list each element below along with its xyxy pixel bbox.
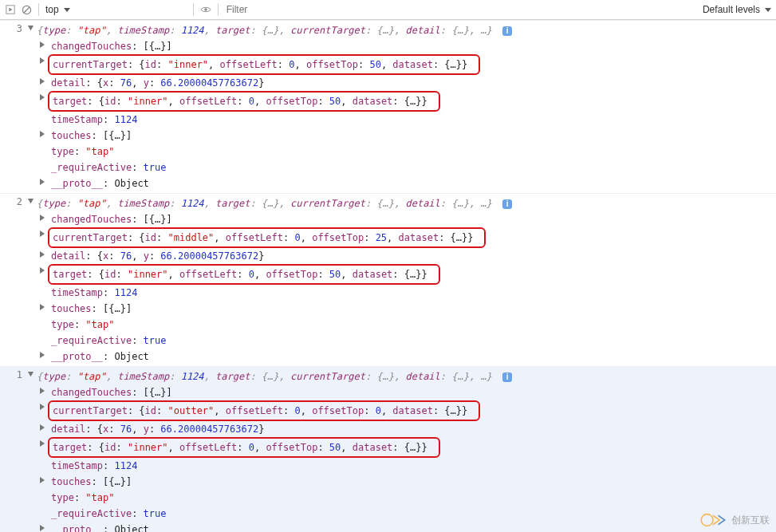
- object-property-row[interactable]: type: "tap": [37, 317, 776, 333]
- watermark-logo: [699, 513, 727, 527]
- watermark-text: 创新互联: [731, 514, 770, 527]
- expand-arrow-icon[interactable]: [27, 22, 37, 34]
- object-property-row[interactable]: target: {id: "inner", offsetLeft: 0, off…: [37, 264, 776, 285]
- entry-body: {type: "tap", timeStamp: 1124, target: {…: [37, 195, 776, 365]
- svg-marker-5: [28, 26, 33, 30]
- object-property-row[interactable]: timeStamp: 1124: [37, 285, 776, 301]
- object-property-row[interactable]: currentTarget: {id: "middle", offsetLeft…: [37, 227, 776, 248]
- object-property-row[interactable]: __proto__: Object: [37, 175, 776, 191]
- object-property-row[interactable]: timeStamp: 1124: [37, 112, 776, 128]
- svg-point-4: [204, 8, 207, 11]
- info-icon[interactable]: i: [502, 26, 512, 36]
- expand-arrow-icon[interactable]: [40, 131, 45, 137]
- expand-arrow-icon[interactable]: [40, 94, 45, 100]
- object-property-row[interactable]: _requireActive: true: [37, 333, 776, 349]
- context-selector[interactable]: top: [45, 4, 70, 15]
- context-label: top: [45, 4, 59, 15]
- entry-body: {type: "tap", timeStamp: 1124, target: {…: [37, 22, 776, 191]
- expand-arrow-icon[interactable]: [40, 251, 45, 258]
- object-property-row[interactable]: _requireActive: true: [37, 160, 776, 175]
- highlight-box: currentTarget: {id: "middle", offsetLeft…: [48, 227, 486, 248]
- clear-icon[interactable]: [21, 4, 32, 15]
- object-preview[interactable]: {type: "tap", timeStamp: 1124, target: {…: [37, 22, 776, 38]
- object-property-row[interactable]: touches: [{…}]: [37, 301, 776, 317]
- object-property-row[interactable]: touches: [{…}]: [37, 474, 776, 490]
- object-property-row[interactable]: __proto__: Object: [37, 522, 776, 532]
- levels-selector[interactable]: Default levels: [703, 4, 771, 15]
- object-property-row[interactable]: currentTarget: {id: "inner", offsetLeft:…: [37, 54, 776, 75]
- console-entry[interactable]: 2{type: "tap", timeStamp: 1124, target: …: [0, 193, 776, 366]
- expand-arrow-icon[interactable]: [40, 388, 45, 394]
- expand-arrow-icon[interactable]: [40, 231, 45, 237]
- svg-marker-6: [28, 199, 33, 203]
- object-property-row[interactable]: changedTouches: [{…}]: [37, 384, 776, 400]
- object-property-row[interactable]: timeStamp: 1124: [37, 458, 776, 474]
- play-icon[interactable]: [5, 4, 16, 15]
- console-entry[interactable]: 1{type: "tap", timeStamp: 1124, target: …: [0, 366, 776, 532]
- expand-arrow-icon[interactable]: [40, 525, 45, 531]
- info-icon[interactable]: i: [502, 372, 512, 382]
- object-property-row[interactable]: touches: [{…}]: [37, 128, 776, 144]
- object-property-row[interactable]: _requireActive: true: [37, 506, 776, 522]
- repeat-count: 2: [0, 195, 27, 207]
- levels-label: Default levels: [703, 4, 760, 15]
- object-property-row[interactable]: detail: {x: 76, y: 66.20000457763672}: [37, 421, 776, 437]
- object-property-row[interactable]: changedTouches: [{…}]: [37, 38, 776, 54]
- separator: [193, 3, 194, 16]
- object-preview[interactable]: {type: "tap", timeStamp: 1124, target: {…: [37, 368, 776, 384]
- expand-arrow-icon[interactable]: [40, 267, 45, 274]
- filter-input[interactable]: [225, 3, 698, 16]
- object-property-row[interactable]: __proto__: Object: [37, 349, 776, 365]
- expand-arrow-icon[interactable]: [40, 352, 45, 358]
- console-toolbar: top Default levels: [0, 0, 776, 20]
- console-output: 3{type: "tap", timeStamp: 1124, target: …: [0, 20, 776, 532]
- object-property-row[interactable]: type: "tap": [37, 144, 776, 160]
- eye-icon[interactable]: [200, 4, 211, 15]
- chevron-down-icon: [64, 8, 70, 12]
- chevron-down-icon: [765, 8, 771, 12]
- expand-arrow-icon[interactable]: [40, 78, 45, 85]
- object-property-row[interactable]: detail: {x: 76, y: 66.20000457763672}: [37, 248, 776, 264]
- highlight-box: currentTarget: {id: "outter", offsetLeft…: [48, 400, 480, 421]
- object-property-row[interactable]: target: {id: "inner", offsetLeft: 0, off…: [37, 437, 776, 458]
- watermark: 创新互联: [699, 513, 770, 527]
- svg-point-8: [701, 514, 713, 526]
- expand-arrow-icon[interactable]: [40, 424, 45, 431]
- highlight-box: target: {id: "inner", offsetLeft: 0, off…: [48, 264, 440, 285]
- highlight-box: target: {id: "inner", offsetLeft: 0, off…: [48, 437, 440, 458]
- repeat-count: 1: [0, 368, 27, 380]
- object-property-row[interactable]: currentTarget: {id: "outter", offsetLeft…: [37, 400, 776, 421]
- expand-arrow-icon[interactable]: [40, 477, 45, 483]
- svg-marker-7: [28, 372, 33, 376]
- svg-marker-1: [9, 7, 12, 11]
- expand-arrow-icon[interactable]: [40, 41, 45, 48]
- expand-arrow-icon[interactable]: [27, 195, 37, 207]
- expand-arrow-icon[interactable]: [27, 368, 37, 380]
- separator: [38, 3, 39, 16]
- expand-arrow-icon[interactable]: [40, 440, 45, 447]
- object-preview[interactable]: {type: "tap", timeStamp: 1124, target: {…: [37, 195, 776, 211]
- highlight-box: currentTarget: {id: "inner", offsetLeft:…: [48, 54, 480, 75]
- separator: [218, 3, 219, 16]
- object-property-row[interactable]: target: {id: "inner", offsetLeft: 0, off…: [37, 91, 776, 112]
- object-property-row[interactable]: type: "tap": [37, 490, 776, 506]
- expand-arrow-icon[interactable]: [40, 215, 45, 221]
- expand-arrow-icon[interactable]: [40, 179, 45, 185]
- svg-line-3: [23, 6, 29, 12]
- console-entry[interactable]: 3{type: "tap", timeStamp: 1124, target: …: [0, 20, 776, 193]
- info-icon[interactable]: i: [502, 199, 512, 209]
- entry-body: {type: "tap", timeStamp: 1124, target: {…: [37, 368, 776, 532]
- expand-arrow-icon[interactable]: [40, 404, 45, 410]
- highlight-box: target: {id: "inner", offsetLeft: 0, off…: [48, 91, 440, 112]
- object-property-row[interactable]: detail: {x: 76, y: 66.20000457763672}: [37, 75, 776, 91]
- expand-arrow-icon[interactable]: [40, 304, 45, 310]
- object-property-row[interactable]: changedTouches: [{…}]: [37, 211, 776, 227]
- expand-arrow-icon[interactable]: [40, 57, 45, 64]
- repeat-count: 3: [0, 22, 27, 34]
